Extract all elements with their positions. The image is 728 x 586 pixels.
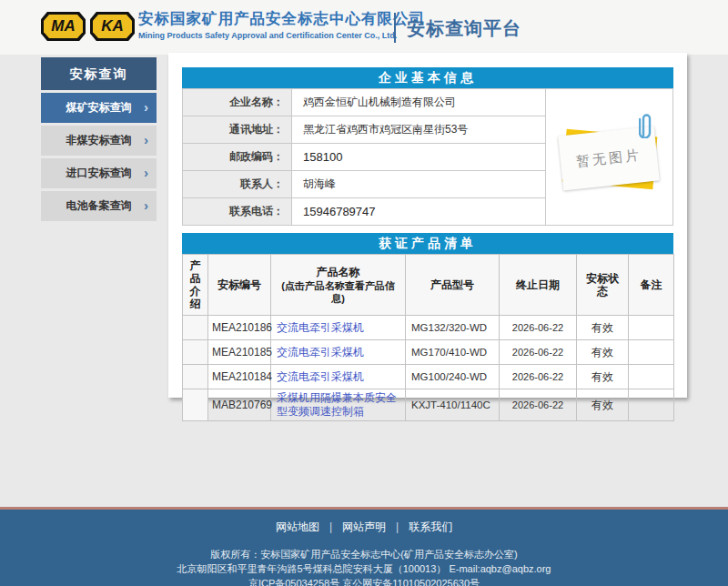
org-names: 安标国家矿用产品安全标志中心有限公司 Mining Products Safet… xyxy=(138,8,425,40)
table-row: MEA210184 交流电牵引采煤机 MG100/240-WD 2026-06-… xyxy=(183,365,674,389)
cell-name: 交流电牵引采煤机 xyxy=(271,365,406,389)
field-value-phone: 15946789747 xyxy=(292,198,546,226)
sidebar-item-coal-query[interactable]: 煤矿安标查询 › xyxy=(41,93,157,123)
cell-status: 有效 xyxy=(577,316,629,340)
cell-intro xyxy=(183,365,208,389)
col-header-name-main: 产品名称 xyxy=(276,266,400,278)
sidebar-item-battery-query[interactable]: 电池备案查询 › xyxy=(41,191,157,221)
cell-expiry: 2026-06-22 xyxy=(500,316,577,340)
sidebar-item-label: 煤矿安标查询 xyxy=(66,101,132,114)
footer-link-contact[interactable]: 联系我们 xyxy=(409,520,452,533)
page: MA KA 安标国家矿用产品安全标志中心有限公司 Mining Products… xyxy=(0,0,728,586)
field-value-contact: 胡海峰 xyxy=(292,171,546,198)
footer-separator: | xyxy=(396,520,399,533)
cell-intro xyxy=(183,340,208,365)
ka-badge-text: KA xyxy=(93,15,132,38)
product-name-link[interactable]: 交流电牵引采煤机 xyxy=(277,370,364,383)
cell-model: MG170/410-WD xyxy=(406,340,500,365)
cell-status: 有效 xyxy=(577,389,629,421)
col-header-remark: 备注 xyxy=(629,255,674,316)
footer-separator: | xyxy=(329,520,332,533)
chevron-right-icon: › xyxy=(144,191,148,219)
icp-line: 京ICP备05034258号 京公网安备11010502025630号 xyxy=(0,576,728,586)
col-header-code: 安标编号 xyxy=(208,255,271,316)
sidebar-item-label: 电池备案查询 xyxy=(66,199,132,212)
no-image-placeholder: 暂无图片 xyxy=(557,122,662,193)
cell-intro xyxy=(183,389,208,421)
product-list-table: 产品介绍 安标编号 产品名称 (点击产品名称查看产品信息) 产品型号 终止日期 … xyxy=(182,254,674,421)
table-row: 企业名称： 鸡西金恒矿山机械制造有限公司 暂无图片 xyxy=(183,89,673,116)
cell-name: 采煤机用隔爆兼本质安全型变频调速控制箱 xyxy=(271,389,406,421)
sidebar-item-noncoal-query[interactable]: 非煤安标查询 › xyxy=(41,126,157,156)
field-label: 企业名称： xyxy=(183,89,292,116)
cell-model: MG132/320-WD xyxy=(406,316,500,340)
cell-remark xyxy=(629,365,674,389)
cell-expiry: 2026-06-22 xyxy=(500,340,577,365)
maka-logo: MA KA xyxy=(41,12,135,41)
address-line: 北京朝阳区和平里青年沟路5号煤科总院安科大厦（100013） E-mail:aq… xyxy=(0,561,728,576)
product-list-header: 获证产品清单 xyxy=(182,233,673,254)
sidebar-item-label: 进口安标查询 xyxy=(66,167,132,179)
col-header-model: 产品型号 xyxy=(406,255,500,316)
col-header-name-sub: (点击产品名称查看产品信息) xyxy=(276,279,400,305)
field-label: 联系电话： xyxy=(183,198,292,226)
org-name-cn: 安标国家矿用产品安全标志中心有限公司 xyxy=(138,8,425,28)
product-name-link[interactable]: 交流电牵引采煤机 xyxy=(277,346,364,359)
cell-remark xyxy=(629,316,674,340)
table-row: MAB210769 采煤机用隔爆兼本质安全型变频调速控制箱 KXJT-410/1… xyxy=(183,389,674,421)
chevron-right-icon: › xyxy=(144,126,148,154)
ka-badge-icon: KA xyxy=(90,12,135,41)
chevron-right-icon: › xyxy=(144,158,148,187)
cell-model: KXJT-410/1140C xyxy=(406,389,500,421)
cell-code: MEA210184 xyxy=(208,365,271,389)
field-value-postcode: 158100 xyxy=(292,144,546,171)
cell-status: 有效 xyxy=(577,365,629,389)
col-header-status: 安标状态 xyxy=(577,255,629,316)
cell-code: MEA210185 xyxy=(208,340,271,365)
sidebar-title: 安标查询 xyxy=(41,57,157,90)
cell-remark xyxy=(629,389,674,421)
col-header-intro: 产品介绍 xyxy=(183,255,208,316)
field-value-company-name: 鸡西金恒矿山机械制造有限公司 xyxy=(292,89,546,116)
cell-model: MG100/240-WD xyxy=(406,365,500,389)
platform-title: 安标查询平台 xyxy=(407,16,521,41)
sidebar-item-label: 非煤安标查询 xyxy=(66,134,132,146)
cell-code: MEA210186 xyxy=(208,316,271,340)
cell-name: 交流电牵引采煤机 xyxy=(271,340,406,365)
cell-name: 交流电牵引采煤机 xyxy=(271,316,406,340)
product-name-link[interactable]: 采煤机用隔爆兼本质安全型变频调速控制箱 xyxy=(277,391,397,418)
field-label: 联系人： xyxy=(183,171,292,198)
product-image-cell: 暂无图片 xyxy=(546,89,673,226)
ma-badge-icon: MA xyxy=(41,12,86,41)
cell-intro xyxy=(183,316,208,340)
table-row: MEA210186 交流电牵引采煤机 MG132/320-WD 2026-06-… xyxy=(183,316,674,340)
org-name-en: Mining Products Safety Approval and Cert… xyxy=(138,31,425,40)
paperclip-icon xyxy=(639,111,653,138)
footer-copyright: 版权所有：安标国家矿用产品安全标志中心(矿用产品安全标志办公室) 北京朝阳区和平… xyxy=(0,547,728,586)
app-header: MA KA 安标国家矿用产品安全标志中心有限公司 Mining Products… xyxy=(0,0,728,55)
copyright-line: 版权所有：安标国家矿用产品安全标志中心(矿用产品安全标志办公室) xyxy=(0,547,728,561)
cell-expiry: 2026-06-22 xyxy=(500,389,577,421)
col-header-name: 产品名称 (点击产品名称查看产品信息) xyxy=(271,255,406,316)
col-header-expiry: 终止日期 xyxy=(500,255,577,316)
cell-expiry: 2026-06-22 xyxy=(500,365,577,389)
sidebar-item-import-query[interactable]: 进口安标查询 › xyxy=(41,158,157,188)
chevron-right-icon: › xyxy=(144,93,148,121)
no-image-text: 暂无图片 xyxy=(575,146,642,169)
field-label: 邮政编码： xyxy=(183,144,292,171)
table-row: MEA210185 交流电牵引采煤机 MG170/410-WD 2026-06-… xyxy=(183,340,674,365)
enterprise-info-header: 企业基本信息 xyxy=(182,67,673,88)
footer-links: 网站地图|网站声明|联系我们 xyxy=(0,520,728,535)
footer-link-sitemap[interactable]: 网站地图 xyxy=(276,520,319,533)
product-list-section: 获证产品清单 产品介绍 安标编号 产品名称 (点击产品名称查看产品信息) 产品型… xyxy=(182,233,673,421)
field-value-address: 黑龙江省鸡西市鸡冠区南星街53号 xyxy=(292,116,546,144)
content-panel: 企业基本信息 企业名称： 鸡西金恒矿山机械制造有限公司 暂无图片 xyxy=(168,53,687,398)
table-header-row: 产品介绍 安标编号 产品名称 (点击产品名称查看产品信息) 产品型号 终止日期 … xyxy=(183,255,674,316)
field-label: 通讯地址： xyxy=(183,116,292,144)
product-name-link[interactable]: 交流电牵引采煤机 xyxy=(277,321,364,334)
enterprise-info-table: 企业名称： 鸡西金恒矿山机械制造有限公司 暂无图片 通讯地址： xyxy=(182,88,673,226)
sidebar: 安标查询 煤矿安标查询 › 非煤安标查询 › 进口安标查询 › 电池备案查询 › xyxy=(41,57,157,221)
cell-code: MAB210769 xyxy=(208,389,271,421)
header-divider xyxy=(394,13,396,43)
footer-link-statement[interactable]: 网站声明 xyxy=(342,520,386,533)
